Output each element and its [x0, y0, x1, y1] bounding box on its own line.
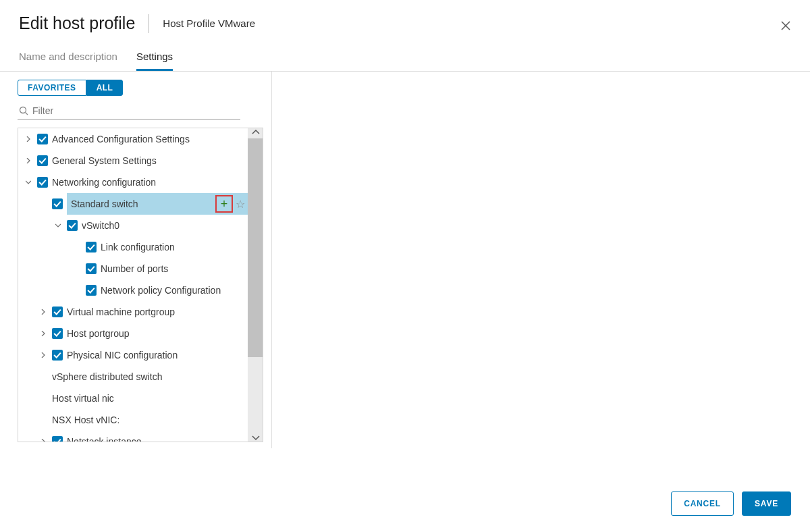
tree-label: General System Settings	[52, 155, 248, 166]
tree-label: Host portgroup	[67, 328, 248, 339]
checkbox[interactable]	[52, 350, 63, 361]
settings-tree: Advanced Configuration Settings General …	[18, 128, 263, 442]
checkbox[interactable]	[52, 436, 63, 442]
tree-label: Host virtual nic	[52, 393, 248, 404]
tree-vsphere-distributed-switch[interactable]: vSphere distributed switch	[18, 366, 248, 388]
tree-nsx-host-vnic[interactable]: NSX Host vNIC:	[18, 409, 248, 431]
tree-network-policy-config[interactable]: Network policy Configuration	[18, 280, 248, 301]
tab-settings[interactable]: Settings	[136, 51, 173, 71]
checkbox[interactable]	[37, 155, 48, 166]
tree-networking-config[interactable]: Networking configuration	[18, 171, 248, 193]
checkbox[interactable]	[86, 242, 97, 252]
svg-point-0	[20, 107, 26, 113]
toggle-all[interactable]: ALL	[86, 80, 124, 96]
favorite-star-icon[interactable]: ☆	[236, 198, 245, 211]
tree-vswitch0[interactable]: vSwitch0	[18, 215, 248, 236]
save-button[interactable]: SAVE	[742, 491, 791, 516]
tree-label: vSphere distributed switch	[52, 371, 248, 382]
tree-label: Link configuration	[101, 242, 248, 252]
search-icon	[19, 106, 28, 115]
chevron-right-icon[interactable]	[38, 352, 48, 358]
left-pane: FAVORITES ALL Advanced Configuration Set…	[0, 72, 272, 448]
checkbox[interactable]	[37, 177, 48, 188]
checkbox[interactable]	[86, 285, 97, 296]
toggle-favorites[interactable]: FAVORITES	[18, 80, 86, 96]
chevron-right-icon[interactable]	[24, 158, 33, 163]
chevron-right-icon[interactable]	[38, 439, 48, 442]
filter-field[interactable]	[18, 103, 240, 119]
chevron-down-icon[interactable]	[53, 223, 63, 228]
checkbox[interactable]	[37, 134, 48, 144]
favorites-all-toggle: FAVORITES ALL	[18, 80, 271, 96]
tree-host-portgroup[interactable]: Host portgroup	[18, 323, 248, 344]
tree-standard-switch[interactable]: Standard switch + ☆	[67, 193, 248, 215]
tree-label: Physical NIC configuration	[67, 350, 248, 361]
dialog-footer: CANCEL SAVE	[0, 478, 810, 532]
tree-label: vSwitch0	[82, 220, 248, 231]
chevron-down-icon[interactable]	[18, 201, 44, 207]
tree-physical-nic[interactable]: Physical NIC configuration	[18, 344, 248, 366]
scroll-down-icon[interactable]	[252, 434, 260, 441]
chevron-down-icon[interactable]	[24, 180, 33, 185]
tree-netstack-instance[interactable]: Netstack instance	[18, 431, 248, 442]
cancel-button[interactable]: CANCEL	[671, 491, 734, 516]
tab-bar: Name and description Settings	[0, 43, 810, 72]
chevron-right-icon[interactable]	[38, 331, 48, 336]
tree-label: Netstack instance	[67, 436, 248, 442]
tree-label: Advanced Configuration Settings	[52, 134, 248, 144]
checkbox[interactable]	[67, 220, 78, 231]
chevron-right-icon[interactable]	[38, 309, 48, 315]
title-divider	[148, 14, 149, 33]
checkbox[interactable]	[52, 328, 63, 339]
scrollbar[interactable]	[248, 128, 263, 442]
tree-label: NSX Host vNIC:	[52, 415, 248, 425]
tree-label: Standard switch	[71, 198, 215, 209]
tree-label: Network policy Configuration	[101, 285, 248, 296]
tree-host-virtual-nic[interactable]: Host virtual nic	[18, 388, 248, 409]
add-icon[interactable]: +	[215, 195, 233, 213]
dialog-header: Edit host profile Host Profile VMware	[0, 0, 810, 43]
tree-label: Number of ports	[101, 263, 248, 274]
checkbox[interactable]	[52, 307, 63, 317]
tree-label: Networking configuration	[52, 177, 248, 188]
tab-name-description[interactable]: Name and description	[19, 51, 117, 71]
chevron-right-icon[interactable]	[24, 136, 33, 142]
close-icon[interactable]	[780, 20, 791, 31]
tree-advanced-config[interactable]: Advanced Configuration Settings	[18, 128, 248, 150]
dialog-subtitle: Host Profile VMware	[163, 18, 255, 29]
scroll-thumb[interactable]	[248, 138, 263, 357]
svg-line-1	[26, 113, 28, 115]
scroll-up-icon[interactable]	[252, 129, 260, 136]
tree-number-of-ports[interactable]: Number of ports	[18, 258, 248, 280]
tree-general-system[interactable]: General System Settings	[18, 150, 248, 171]
tree-vm-portgroup[interactable]: Virtual machine portgroup	[18, 301, 248, 323]
checkbox[interactable]	[86, 263, 97, 274]
filter-input[interactable]	[32, 105, 239, 116]
checkbox[interactable]	[52, 198, 63, 209]
dialog-title: Edit host profile	[19, 14, 135, 33]
tree-label: Virtual machine portgroup	[67, 307, 248, 317]
tree-link-config[interactable]: Link configuration	[18, 236, 248, 258]
